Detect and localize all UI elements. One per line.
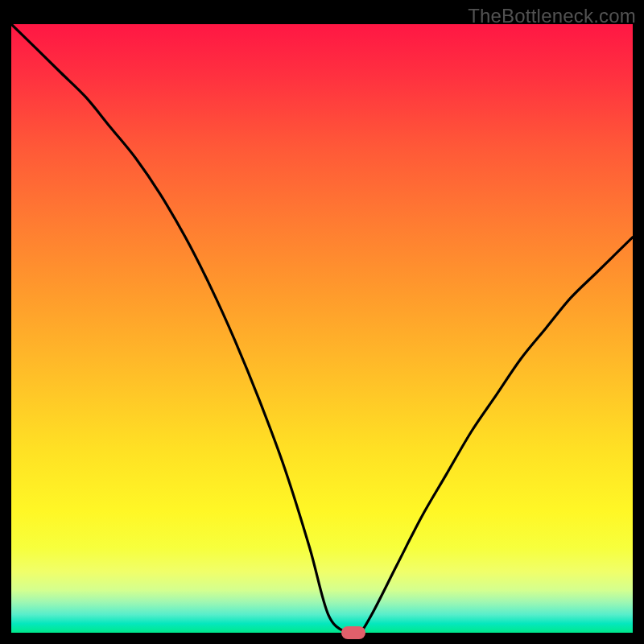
chart-surface — [11, 24, 633, 633]
chart-container: TheBottleneck.com — [0, 0, 644, 644]
optimal-point-marker — [341, 626, 365, 639]
curve-layer — [11, 24, 633, 633]
watermark-text: TheBottleneck.com — [468, 5, 636, 27]
bottleneck-curve — [11, 24, 633, 633]
